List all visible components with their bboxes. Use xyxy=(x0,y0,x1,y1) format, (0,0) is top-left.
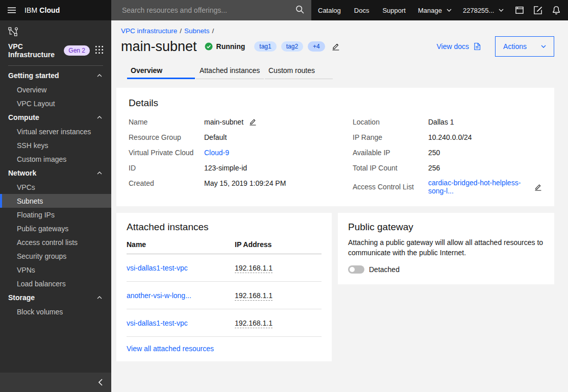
tag[interactable]: tag2 xyxy=(281,41,303,52)
detail-value: Dallas 1 xyxy=(428,118,542,126)
bottom-cards-row: Attached instances Name IP Address vsi-d… xyxy=(116,213,554,361)
sidebar-item-overview[interactable]: Overview xyxy=(0,83,111,96)
detail-value: May 15, 2019 1:09:24 PM xyxy=(204,179,318,187)
details-card: Details Name main-subnet Resource Group … xyxy=(116,88,554,206)
sidebar-title: VPC Infrastructure xyxy=(8,42,64,59)
tag-overflow-count[interactable]: +4 xyxy=(308,41,325,52)
public-gateway-card: Public gateway Attaching a public gatewa… xyxy=(338,213,554,284)
tag[interactable]: tag1 xyxy=(254,41,276,52)
sidebar-item-load-balancers[interactable]: Load balancers xyxy=(0,277,111,290)
chevron-down-icon xyxy=(499,9,504,12)
sidebar-item-subnets[interactable]: Subnets xyxy=(0,194,111,208)
sidebar-collapse-button[interactable] xyxy=(0,373,111,392)
detail-row-created: Created May 15, 2019 1:09:24 PM xyxy=(129,179,318,187)
sidebar-item-block-volumes[interactable]: Block volumes xyxy=(0,305,111,318)
table-row: vsi-dallas1-test-vpc 192.168.1.1 xyxy=(127,254,322,282)
chevron-down-icon xyxy=(541,45,546,48)
detail-value: 250 xyxy=(428,149,542,157)
vpc-link[interactable]: Cloud-9 xyxy=(204,149,229,157)
document-icon xyxy=(474,42,481,51)
account-number: 2278255... xyxy=(463,7,494,14)
brand-cloud: Cloud xyxy=(39,6,60,14)
search-icon[interactable] xyxy=(295,5,304,16)
actions-button[interactable]: Actions xyxy=(495,36,554,57)
window-icon[interactable] xyxy=(510,0,529,20)
sidebar-section-getting-started[interactable]: Getting started xyxy=(0,68,111,83)
tab-overview[interactable]: Overview xyxy=(127,64,195,79)
detail-label: Location xyxy=(353,118,428,126)
instance-ip[interactable]: 192.168.1.1 xyxy=(235,291,322,300)
instance-link[interactable]: vsi-dallas1-test-vpc xyxy=(127,319,235,327)
edit-acl-icon[interactable] xyxy=(534,183,542,191)
breadcrumb-vpc-infrastructure[interactable]: VPC infrastructure xyxy=(121,27,177,35)
instance-link[interactable]: another-vsi-w-long... xyxy=(127,291,235,300)
breadcrumb-separator: / xyxy=(210,27,217,35)
breadcrumb-subnets[interactable]: Subnets xyxy=(184,27,210,35)
header-nav: Catalog Docs Support Manage 2278255... xyxy=(311,0,509,20)
sidebar-item-access-control-lists[interactable]: Access control lists xyxy=(0,235,111,249)
notifications-bell-icon[interactable] xyxy=(547,0,565,20)
nav-catalog[interactable]: Catalog xyxy=(311,0,348,20)
details-right-column: Location Dallas 1 IP Range 10.240.0.0/24… xyxy=(353,117,542,195)
nav-docs[interactable]: Docs xyxy=(348,0,376,20)
app-switcher-icon[interactable] xyxy=(95,46,103,56)
sidebar-item-ssh-keys[interactable]: SSH keys xyxy=(0,138,111,152)
details-left-column: Name main-subnet Resource Group Default … xyxy=(129,117,318,195)
hamburger-menu-icon[interactable] xyxy=(7,5,17,15)
instance-ip[interactable]: 192.168.1.1 xyxy=(235,319,322,327)
sidebar-header: VPC Infrastructure Gen 2 xyxy=(0,20,111,66)
sidebar-item-security-groups[interactable]: Security groups xyxy=(0,249,111,263)
toggle-knob xyxy=(350,267,355,272)
title-row: main-subnet Running tag1 tag2 +4 View do… xyxy=(121,36,554,57)
sidebar-item-vpcs[interactable]: VPCs xyxy=(0,180,111,194)
table-footer: View all attached resources xyxy=(127,337,322,361)
gateway-toggle[interactable] xyxy=(348,265,364,274)
section-label: Compute xyxy=(8,113,39,121)
acl-link[interactable]: cardiac-bridged-hot-helpless-song-l... xyxy=(428,179,529,195)
tab-attached-instances[interactable]: Attached instances xyxy=(196,64,264,79)
sidebar-item-vpns[interactable]: VPNs xyxy=(0,263,111,277)
details-title: Details xyxy=(129,97,542,109)
public-gateway-title: Public gateway xyxy=(348,222,544,233)
search-input[interactable] xyxy=(121,6,295,15)
gateway-toggle-row: Detached xyxy=(348,265,544,274)
chevron-down-icon xyxy=(447,9,452,12)
vpc-infrastructure-icon xyxy=(8,30,19,38)
nav-support[interactable]: Support xyxy=(376,0,412,20)
manage-label: Manage xyxy=(418,7,442,14)
view-all-attached-resources-link[interactable]: View all attached resources xyxy=(127,345,214,353)
chevron-left-icon xyxy=(98,379,103,386)
sidebar-item-virtual-server-instances[interactable]: Virtual server instances xyxy=(0,125,111,138)
detail-row-location: Location Dallas 1 xyxy=(353,117,542,126)
attached-instances-card: Attached instances Name IP Address vsi-d… xyxy=(116,213,332,361)
tab-custom-routes[interactable]: Custom routes xyxy=(265,64,333,79)
sidebar-item-vpc-layout[interactable]: VPC Layout xyxy=(0,96,111,110)
feedback-icon[interactable] xyxy=(529,0,547,20)
detail-label: Available IP xyxy=(353,149,428,157)
detail-value: 123-simple-id xyxy=(204,164,318,172)
sidebar-section-compute[interactable]: Compute xyxy=(0,110,111,125)
detail-label: IP Range xyxy=(353,133,428,141)
detail-row-ip-range: IP Range 10.240.0.0/24 xyxy=(353,133,542,141)
detail-row-name: Name main-subnet xyxy=(129,117,318,126)
breadcrumb: VPC infrastructure/Subnets/ xyxy=(121,27,554,35)
sidebar-title-row: VPC Infrastructure Gen 2 xyxy=(8,42,103,66)
sidebar-section-storage[interactable]: Storage xyxy=(0,290,111,305)
detail-value: 256 xyxy=(428,164,542,172)
edit-name-icon[interactable] xyxy=(249,118,257,126)
edit-tags-icon[interactable] xyxy=(332,42,340,51)
running-check-icon xyxy=(205,42,213,51)
account-menu[interactable]: 2278255... xyxy=(457,0,509,20)
instance-ip[interactable]: 192.168.1.1 xyxy=(235,264,322,272)
ibm-cloud-logo[interactable]: IBM Cloud xyxy=(24,6,60,14)
sidebar-section-network[interactable]: Network xyxy=(0,166,111,180)
detail-label: Total IP Count xyxy=(353,164,428,172)
main-content: VPC infrastructure/Subnets/ main-subnet … xyxy=(111,20,568,392)
instance-link[interactable]: vsi-dallas1-test-vpc xyxy=(127,264,235,272)
manage-menu[interactable]: Manage xyxy=(412,0,457,20)
sidebar-item-floating-ips[interactable]: Floating IPs xyxy=(0,208,111,222)
detail-label: Name xyxy=(129,118,204,126)
sidebar-item-custom-images[interactable]: Custom images xyxy=(0,152,111,166)
sidebar-item-public-gateways[interactable]: Public gateways xyxy=(0,222,111,235)
view-docs-link[interactable]: View docs xyxy=(437,42,481,51)
